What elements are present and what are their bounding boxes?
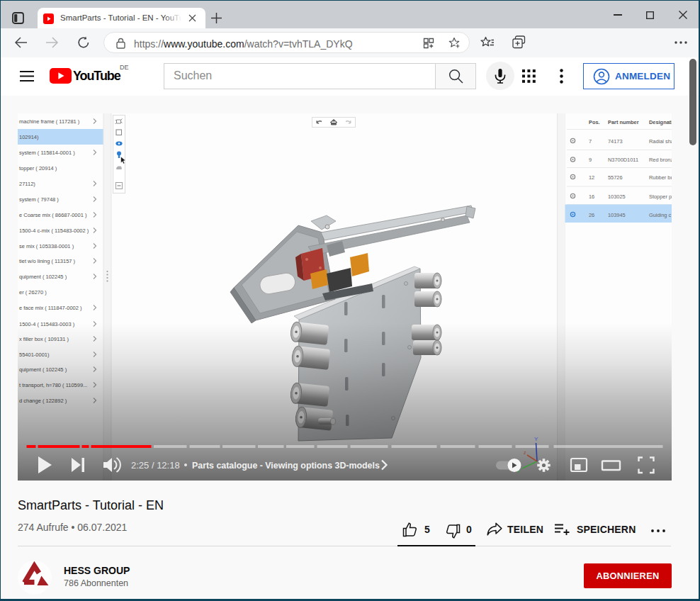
svg-text:1500-4 c-mix ( 115483-0002 ): 1500-4 c-mix ( 115483-0002 ) bbox=[19, 228, 89, 234]
svg-text:102914): 102914) bbox=[19, 134, 39, 140]
svg-text:z: z bbox=[524, 450, 526, 455]
svg-text:Stopper p: Stopper p bbox=[649, 193, 672, 200]
svg-text:16: 16 bbox=[589, 193, 594, 200]
svg-text:Y: Y bbox=[534, 436, 538, 442]
svg-text:55726: 55726 bbox=[608, 174, 623, 181]
svg-text:Pos.: Pos. bbox=[589, 119, 600, 125]
svg-text:103945: 103945 bbox=[608, 212, 626, 218]
svg-text:Guiding c: Guiding c bbox=[649, 212, 672, 218]
svg-text:system ( 115814-0001 ): system ( 115814-0001 ) bbox=[19, 150, 75, 156]
svg-text:Parts catalogue - Viewing opti: Parts catalogue - Viewing options 3D-mod… bbox=[192, 461, 380, 471]
svg-text:12: 12 bbox=[589, 174, 594, 181]
svg-text:e Coarse mix ( 86687-0001 ): e Coarse mix ( 86687-0001 ) bbox=[19, 212, 87, 218]
svg-text:26: 26 bbox=[589, 212, 594, 218]
svg-text:system ( 79748 ): system ( 79748 ) bbox=[19, 196, 59, 203]
svg-text:N3700D1011: N3700D1011 bbox=[608, 157, 638, 163]
svg-text:Red bronz: Red bronz bbox=[649, 157, 672, 163]
svg-text:74173: 74173 bbox=[608, 138, 623, 145]
svg-text:27112): 27112) bbox=[19, 181, 35, 187]
svg-text:9: 9 bbox=[589, 157, 592, 163]
svg-text:machine frame ( 117281 ): machine frame ( 117281 ) bbox=[19, 118, 80, 125]
svg-text:quipment ( 102245 ): quipment ( 102245 ) bbox=[19, 274, 67, 280]
svg-text:e face mix ( 111847-0002 ): e face mix ( 111847-0002 ) bbox=[19, 305, 82, 311]
svg-text:se mix ( 105338-0001 ): se mix ( 105338-0001 ) bbox=[19, 243, 74, 249]
svg-text:tiet w/o lining ( 113157 ): tiet w/o lining ( 113157 ) bbox=[19, 258, 76, 264]
svg-text:103025: 103025 bbox=[608, 193, 626, 200]
svg-text:er ( 26270 ): er ( 26270 ) bbox=[19, 289, 47, 296]
svg-text:Rubber bu: Rubber bu bbox=[649, 174, 672, 181]
svg-text:topper ( 20914 ): topper ( 20914 ) bbox=[19, 165, 57, 172]
svg-text:Part number: Part number bbox=[608, 119, 639, 125]
svg-text:2:25 / 12:18: 2:25 / 12:18 bbox=[131, 460, 180, 471]
svg-text:Radial sha: Radial sha bbox=[649, 138, 672, 145]
svg-text:Designatio: Designatio bbox=[649, 119, 672, 125]
svg-text:7: 7 bbox=[589, 138, 592, 145]
